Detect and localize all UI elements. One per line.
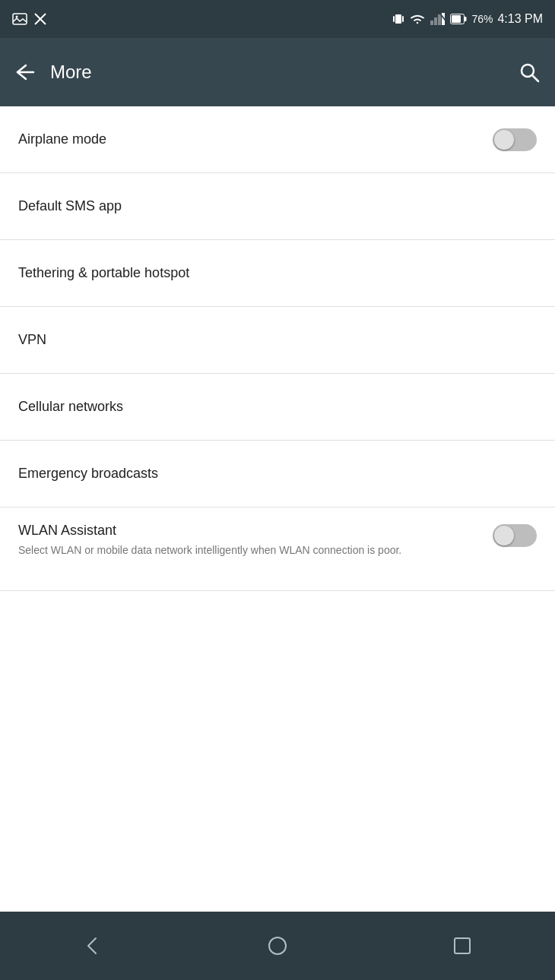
time: 4:13 PM: [497, 12, 543, 26]
setting-item-default-sms-content: Default SMS app: [18, 197, 537, 216]
toggle-thumb-wlan-assistant: [494, 526, 514, 545]
setting-title-vpn: VPN: [18, 330, 525, 349]
setting-title-emergency-broadcasts: Emergency broadcasts: [18, 464, 525, 483]
svg-rect-19: [455, 938, 470, 953]
signal-icon: [430, 13, 446, 25]
setting-item-vpn[interactable]: VPN: [0, 307, 555, 374]
settings-list: Airplane mode Default SMS app Tethering …: [0, 106, 555, 912]
home-nav-icon: [267, 935, 288, 956]
setting-item-airplane-mode[interactable]: Airplane mode: [0, 106, 555, 173]
setting-item-wlan-assistant-content: WLAN Assistant Select WLAN or mobile dat…: [18, 521, 493, 558]
svg-marker-9: [438, 14, 441, 25]
recents-nav-icon: [452, 936, 472, 956]
setting-title-default-sms: Default SMS app: [18, 197, 525, 216]
vibrate-icon: [392, 12, 404, 26]
toggle-thumb-airplane-mode: [494, 130, 514, 150]
setting-item-emergency-broadcasts-content: Emergency broadcasts: [18, 464, 537, 483]
status-bar-left-icons: [12, 12, 47, 26]
image-icon: [12, 13, 27, 25]
svg-point-18: [269, 937, 286, 954]
setting-title-cellular-networks: Cellular networks: [18, 397, 525, 416]
svg-marker-7: [430, 21, 433, 25]
svg-marker-8: [434, 17, 437, 25]
setting-title-tethering: Tethering & portable hotspot: [18, 264, 525, 283]
status-bar: 76% 4:13 PM: [0, 0, 555, 38]
setting-item-airplane-mode-content: Airplane mode: [18, 130, 493, 149]
setting-item-tethering-content: Tethering & portable hotspot: [18, 264, 537, 283]
svg-line-17: [532, 75, 538, 81]
toggle-track-airplane-mode: [493, 128, 537, 151]
toggle-airplane-mode[interactable]: [493, 128, 537, 151]
toggle-wlan-assistant[interactable]: [493, 524, 537, 547]
wifi-icon: [409, 13, 426, 25]
search-button[interactable]: [519, 62, 540, 83]
setting-item-cellular-networks[interactable]: Cellular networks: [0, 374, 555, 441]
setting-item-cellular-networks-content: Cellular networks: [18, 397, 537, 416]
back-nav-button[interactable]: [70, 923, 116, 969]
svg-rect-0: [13, 14, 27, 24]
setting-item-wlan-assistant[interactable]: WLAN Assistant Select WLAN or mobile dat…: [0, 507, 555, 591]
toggle-track-wlan-assistant: [493, 524, 537, 547]
bottom-nav: [0, 912, 555, 980]
setting-item-default-sms[interactable]: Default SMS app: [0, 173, 555, 240]
recents-nav-button[interactable]: [439, 923, 485, 969]
battery-icon: [450, 14, 467, 24]
svg-rect-6: [402, 16, 404, 22]
status-bar-right-icons: 76% 4:13 PM: [392, 12, 543, 26]
setting-title-airplane-mode: Airplane mode: [18, 130, 480, 149]
svg-rect-13: [465, 17, 467, 21]
setting-subtitle-wlan-assistant: Select WLAN or mobile data network intel…: [18, 543, 480, 558]
setting-item-emergency-broadcasts[interactable]: Emergency broadcasts: [0, 441, 555, 507]
back-button[interactable]: [15, 64, 35, 81]
page-title: More: [50, 62, 519, 83]
home-nav-button[interactable]: [255, 923, 300, 969]
setting-item-vpn-content: VPN: [18, 330, 537, 349]
svg-rect-5: [393, 16, 395, 22]
battery-percent: 76%: [471, 13, 493, 25]
back-nav-icon: [82, 935, 103, 956]
svg-rect-14: [452, 15, 461, 23]
setting-title-wlan-assistant: WLAN Assistant: [18, 521, 480, 540]
nfc-icon: [33, 12, 47, 26]
setting-item-tethering[interactable]: Tethering & portable hotspot: [0, 240, 555, 307]
app-bar: More: [0, 38, 555, 106]
svg-rect-4: [395, 14, 401, 24]
